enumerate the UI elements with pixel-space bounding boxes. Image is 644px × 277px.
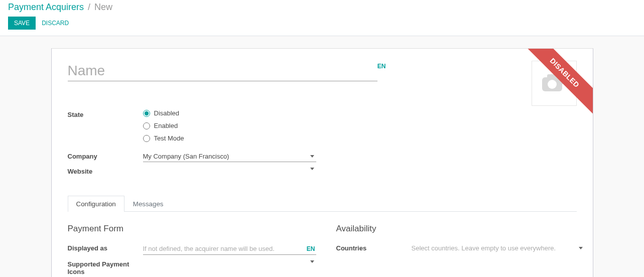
chevron-down-icon: [310, 168, 314, 170]
state-radio-disabled[interactable]: [143, 110, 150, 117]
countries-label: Countries: [336, 243, 412, 252]
chevron-down-icon: [579, 247, 583, 249]
state-option-disabled[interactable]: Disabled: [154, 109, 180, 117]
displayed-as-language-button[interactable]: EN: [306, 245, 316, 252]
name-input[interactable]: [68, 61, 377, 81]
website-select[interactable]: [143, 166, 316, 172]
website-label: Website: [68, 166, 143, 175]
form-sheet: DISABLED EN State: [51, 48, 593, 277]
chevron-down-icon: [310, 260, 314, 263]
tabs: Configuration Messages: [68, 195, 577, 212]
supported-icons-label: Supported Payment Icons: [68, 259, 143, 275]
state-radio-test[interactable]: [143, 135, 150, 142]
breadcrumb-separator: /: [88, 2, 90, 13]
header: Payment Acquirers / New Save Discard: [0, 0, 644, 36]
state-option-test[interactable]: Test Mode: [154, 134, 184, 142]
state-radio-enabled[interactable]: [143, 122, 150, 129]
discard-button[interactable]: Discard: [42, 20, 69, 27]
displayed-as-label: Displayed as: [68, 243, 143, 252]
company-value: My Company (San Francisco): [143, 153, 310, 160]
displayed-as-input[interactable]: [143, 243, 306, 254]
company-label: Company: [68, 151, 143, 160]
tab-configuration-content: Payment Form Displayed as EN Supported P…: [68, 212, 577, 277]
countries-placeholder: Select countries. Leave empty to use eve…: [412, 244, 579, 252]
tab-messages[interactable]: Messages: [124, 196, 172, 212]
tab-configuration[interactable]: Configuration: [68, 196, 124, 212]
state-option-enabled[interactable]: Enabled: [154, 122, 178, 129]
breadcrumb: Payment Acquirers / New: [8, 0, 636, 17]
availability-title: Availability: [336, 224, 585, 234]
save-button[interactable]: Save: [8, 17, 36, 30]
breadcrumb-current: New: [94, 2, 112, 13]
countries-select[interactable]: Select countries. Leave empty to use eve…: [412, 243, 585, 253]
company-select[interactable]: My Company (San Francisco): [143, 151, 316, 162]
toolbar: Save Discard: [8, 17, 636, 36]
chevron-down-icon: [310, 155, 314, 158]
supported-icons-select[interactable]: [143, 259, 316, 264]
form-canvas: DISABLED EN State: [0, 36, 644, 277]
breadcrumb-parent[interactable]: Payment Acquirers: [8, 2, 84, 13]
payment-form-title: Payment Form: [68, 224, 316, 234]
name-language-button[interactable]: EN: [374, 61, 389, 72]
svg-point-2: [548, 80, 557, 89]
state-label: State: [68, 109, 143, 118]
